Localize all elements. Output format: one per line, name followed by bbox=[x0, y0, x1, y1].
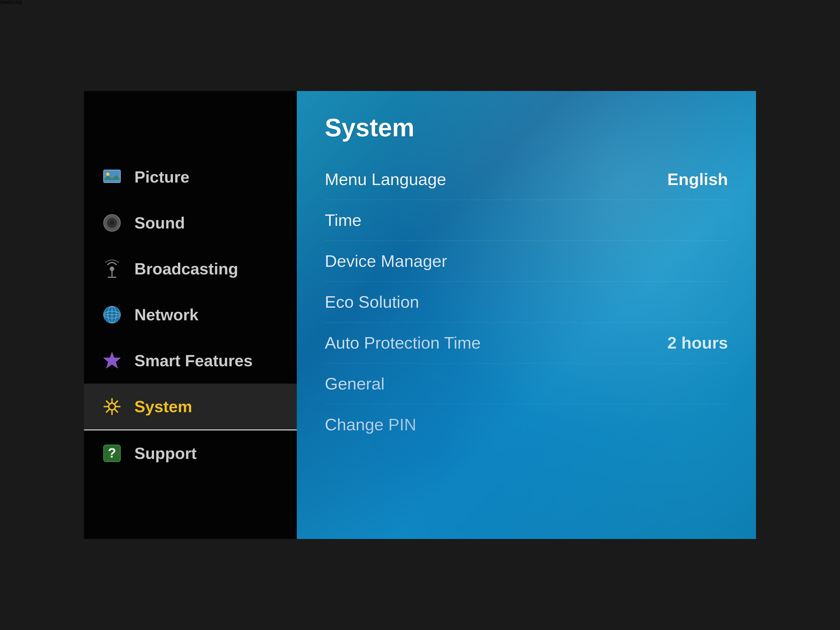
samsung-logo: SAMSUNG bbox=[0, 0, 840, 5]
menu-item-device-manager[interactable]: Device Manager bbox=[325, 241, 728, 282]
menu-item-change-pin[interactable]: Change PIN bbox=[325, 404, 728, 445]
sound-icon bbox=[101, 212, 123, 234]
svg-line-16 bbox=[115, 410, 117, 412]
sidebar-item-label-smart-features: Smart Features bbox=[134, 351, 253, 370]
svg-point-14 bbox=[109, 403, 115, 410]
svg-line-18 bbox=[106, 410, 109, 412]
sidebar-item-system[interactable]: System bbox=[84, 384, 297, 430]
menu-item-label-eco-solution: Eco Solution bbox=[325, 292, 419, 312]
sidebar-item-label-system: System bbox=[134, 397, 192, 416]
menu-item-label-device-manager: Device Manager bbox=[325, 251, 447, 271]
sidebar-item-network[interactable]: Network bbox=[84, 292, 297, 338]
menu-item-value-menu-language: English bbox=[667, 170, 728, 189]
panel-title: System bbox=[325, 114, 728, 142]
menu-item-value-auto-protection-time: 2 hours bbox=[667, 333, 728, 352]
sidebar-item-label-picture: Picture bbox=[134, 167, 189, 186]
svg-line-20 bbox=[106, 401, 109, 403]
menu-item-label-general: General bbox=[325, 374, 384, 393]
menu-item-eco-solution[interactable]: Eco Solution bbox=[325, 282, 728, 322]
sidebar-item-label-broadcasting: Broadcasting bbox=[134, 259, 238, 278]
menu-item-label-auto-protection-time: Auto Protection Time bbox=[325, 333, 481, 352]
menu-item-general[interactable]: General bbox=[325, 363, 728, 404]
sidebar-item-label-sound: Sound bbox=[134, 213, 185, 232]
sidebar: PictureSoundBroadcastingNetworkSmart Fea… bbox=[84, 91, 297, 539]
menu-item-label-time: Time bbox=[325, 210, 362, 230]
broadcasting-icon bbox=[101, 257, 123, 280]
sidebar-item-picture[interactable]: Picture bbox=[84, 154, 297, 200]
menu-container: PictureSoundBroadcastingNetworkSmart Fea… bbox=[84, 91, 756, 539]
menu-item-label-menu-language: Menu Language bbox=[325, 170, 446, 189]
picture-icon bbox=[101, 166, 123, 188]
svg-point-1 bbox=[106, 172, 109, 176]
sidebar-item-smart-features[interactable]: Smart Features bbox=[84, 338, 297, 384]
svg-marker-13 bbox=[104, 352, 120, 368]
support-icon: ? bbox=[101, 442, 123, 464]
sidebar-item-support[interactable]: ?Support bbox=[84, 430, 297, 476]
menu-item-time[interactable]: Time bbox=[325, 200, 728, 241]
sidebar-item-sound[interactable]: Sound bbox=[84, 200, 297, 246]
sidebar-item-label-network: Network bbox=[134, 305, 199, 324]
svg-rect-0 bbox=[104, 170, 120, 183]
smart-features-icon bbox=[101, 349, 123, 372]
system-panel: System Menu LanguageEnglishTimeDevice Ma… bbox=[297, 91, 756, 539]
network-icon bbox=[101, 303, 123, 326]
sidebar-item-broadcasting[interactable]: Broadcasting bbox=[84, 246, 297, 292]
menu-item-label-change-pin: Change PIN bbox=[325, 415, 416, 434]
tv-bezel-bottom: SAMSUNG bbox=[0, 0, 840, 5]
menu-item-menu-language[interactable]: Menu LanguageEnglish bbox=[325, 159, 728, 200]
system-icon bbox=[101, 395, 123, 418]
svg-point-4 bbox=[110, 221, 114, 225]
svg-text:?: ? bbox=[108, 445, 116, 460]
menu-item-auto-protection-time[interactable]: Auto Protection Time2 hours bbox=[325, 322, 728, 363]
sidebar-item-label-support: Support bbox=[134, 444, 197, 463]
svg-line-22 bbox=[115, 401, 117, 403]
